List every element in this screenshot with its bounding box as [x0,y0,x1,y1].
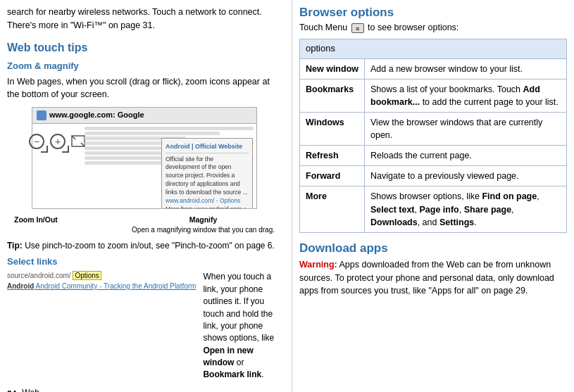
table-row: Forward Navigate to a previously viewed … [300,166,567,186]
fake-line [85,127,254,130]
option-name-windows: Windows [300,112,365,145]
table-row: Bookmarks Shows a list of your bookmarks… [300,79,567,112]
option-desc-new-window: Add a new browser window to your list. [365,58,567,79]
download-apps-body: Warning: Apps downloaded from the Web ca… [299,258,567,298]
popup-text1: Official site for the development of the… [166,156,249,197]
option-desc-refresh: Reloads the current page. [365,146,567,166]
zoom-magnify-body: In Web pages, when you scroll (drag or f… [7,75,282,102]
fake-line [85,132,220,135]
table-row: Refresh Reloads the current page. [300,146,567,166]
download-apps-heading: Download apps [299,241,567,255]
web-touch-tips-heading: Web touch tips [7,39,282,56]
table-row: More Shows browser options, like Find on… [300,186,567,232]
page-number: 24 [7,388,16,392]
link-highlighted-text: Options [73,271,101,280]
option-desc-bookmarks: Shows a list of your bookmarks. Touch Ad… [365,79,567,112]
option-name-refresh: Refresh [300,146,365,166]
select-links-body: When you touch a link, your phone outlin… [203,271,282,381]
magnify-popup: Android | Official Website Official site… [161,138,253,208]
browser-options-intro: Touch Menu ≡ to see browser options: [299,23,567,33]
popup-header: Android | Official Website [166,142,249,153]
tip-text: Tip: Use pinch-to-zoom to zoom in/out, s… [7,240,282,252]
download-apps-section: Download apps Warning: Apps downloaded f… [299,241,567,298]
zoom-magnify-heading: Zoom & magnify [7,60,282,73]
option-name-bookmarks: Bookmarks [300,79,365,112]
options-table: options New window Add a new browser win… [299,39,567,233]
magnify-title-label: Magnify [132,215,275,225]
browser-bar: www.google.com: Google [32,108,256,124]
menu-icon: ≡ [351,23,364,33]
page-number-row: 24 Web [7,386,282,392]
magnify-desc-label: Open a magnifying window that you can dr… [132,225,275,236]
body-end: or [234,358,244,367]
body-part1: When you touch a link, your phone outlin… [203,272,274,343]
select-links-heading: Select links [7,255,282,269]
browser-content: − + [32,124,256,208]
browser-favicon [37,110,46,120]
intro-text: search for nearby wireless networks. Tou… [7,6,282,32]
option-name-more: More [300,186,365,232]
zoom-in-out-block: Zoom In/Out [14,215,58,225]
right-column: Browser options Touch Menu ≡ to see brow… [292,0,574,392]
tip-body: Use pinch-to-zoom to zoom in/out, see "P… [25,241,275,251]
warning-label: Warning: [299,260,337,270]
select-links-section: Select links source/android.com/ Options… [7,255,282,381]
android-bold: Android [7,282,34,290]
option-name-new-window: New window [300,58,365,79]
zoom-in-out-label: Zoom In/Out [14,215,58,225]
link-title-rest: Android Community - Tracking the Android… [36,282,196,290]
link-mockup: source/android.com/ Options Android Andr… [7,271,196,291]
option-desc-more: Shows browser options, like Find on page… [365,186,567,232]
link-url-text: source/android.com/ [7,272,71,279]
link-url-line: source/android.com/ Options [7,271,196,282]
table-header-label: options [300,39,567,58]
popup-text2: More from www.android.com » [166,206,249,208]
body-punct: . [261,369,263,379]
table-header: options [300,39,567,58]
body-bold2: Bookmark link [203,369,261,379]
download-apps-text: Apps downloaded from the Web can be from… [299,260,554,296]
body-bold1: Open in new window [203,346,253,367]
browser-url: www.google.com: Google [49,110,144,121]
page-label: Web [22,387,39,392]
intro-before-icon: Touch Menu [299,23,347,32]
browser-right-panel: Android | Official Website Official site… [82,124,256,208]
select-links-row: source/android.com/ Options Android Andr… [7,271,282,381]
browser-options-heading: Browser options [299,6,567,20]
table-row: Windows View the browser windows that ar… [300,112,567,145]
intro-after-icon: to see browser options: [368,23,458,32]
option-name-forward: Forward [300,166,365,186]
browser-screenshot: www.google.com: Google − [32,107,257,209]
left-column: search for nearby wireless networks. Tou… [0,0,292,392]
option-desc-windows: View the browser windows that are curren… [365,112,567,145]
page-container: search for nearby wireless networks. Tou… [0,0,574,392]
browser-left-panel: − + [32,124,82,208]
popup-link1: www.android.com/ - Options [166,197,249,206]
tip-label: Tip: [7,241,23,251]
table-row: New window Add a new browser window to y… [300,58,567,79]
option-desc-forward: Navigate to a previously viewed page. [365,166,567,186]
link-title-text: Android Android Community - Tracking the… [7,282,196,292]
magnify-block: Magnify Open a magnifying window that yo… [132,215,275,236]
